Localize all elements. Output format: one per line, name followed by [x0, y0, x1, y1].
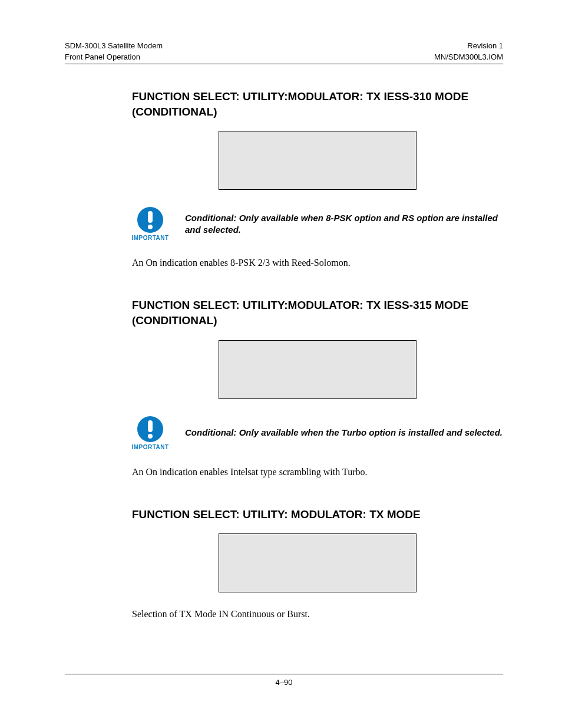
header-left-2: Front Panel Operation	[65, 52, 140, 61]
footer: 4–90	[65, 674, 503, 687]
display-box-1	[219, 131, 416, 190]
important-callout-2: IMPORTANT Conditional: Only available wh…	[132, 416, 503, 450]
section-heading-1: FUNCTION SELECT: UTILITY:MODULATOR: TX I…	[132, 89, 503, 119]
header-right-1: Revision 1	[467, 41, 503, 50]
display-box-2	[219, 340, 416, 399]
header-divider	[65, 64, 503, 64]
important-text-2: Conditional: Only available when the Tur…	[185, 427, 503, 439]
svg-rect-1	[148, 211, 153, 223]
body-text-3: Selection of TX Mode IN Continuous or Bu…	[132, 609, 503, 620]
important-label-1: IMPORTANT	[131, 235, 168, 241]
section-heading-3: FUNCTION SELECT: UTILITY: MODULATOR: TX …	[132, 507, 503, 522]
section-heading-2: FUNCTION SELECT: UTILITY:MODULATOR: TX I…	[132, 298, 503, 328]
header-row-2: Front Panel Operation MN/SDM300L3.IOM	[65, 52, 503, 61]
svg-rect-4	[148, 420, 153, 432]
svg-point-2	[148, 225, 153, 229]
important-icon: IMPORTANT	[132, 206, 168, 241]
header-row-1: SDM-300L3 Satellite Modem Revision 1	[65, 41, 503, 50]
important-text-1: Conditional: Only available when 8-PSK o…	[185, 212, 503, 236]
header-right-2: MN/SDM300L3.IOM	[434, 52, 503, 61]
display-box-3	[219, 533, 416, 592]
page-number: 4–90	[65, 678, 503, 687]
svg-point-5	[148, 434, 153, 439]
important-callout-1: IMPORTANT Conditional: Only available wh…	[132, 206, 503, 241]
important-icon: IMPORTANT	[132, 416, 168, 450]
body-text-1: An On indication enables 8-PSK 2/3 with …	[132, 258, 503, 268]
footer-divider	[65, 674, 503, 674]
body-text-2: An On indication enables Intelsat type s…	[132, 467, 503, 477]
important-label-2: IMPORTANT	[131, 444, 168, 450]
header-left-1: SDM-300L3 Satellite Modem	[65, 41, 163, 50]
